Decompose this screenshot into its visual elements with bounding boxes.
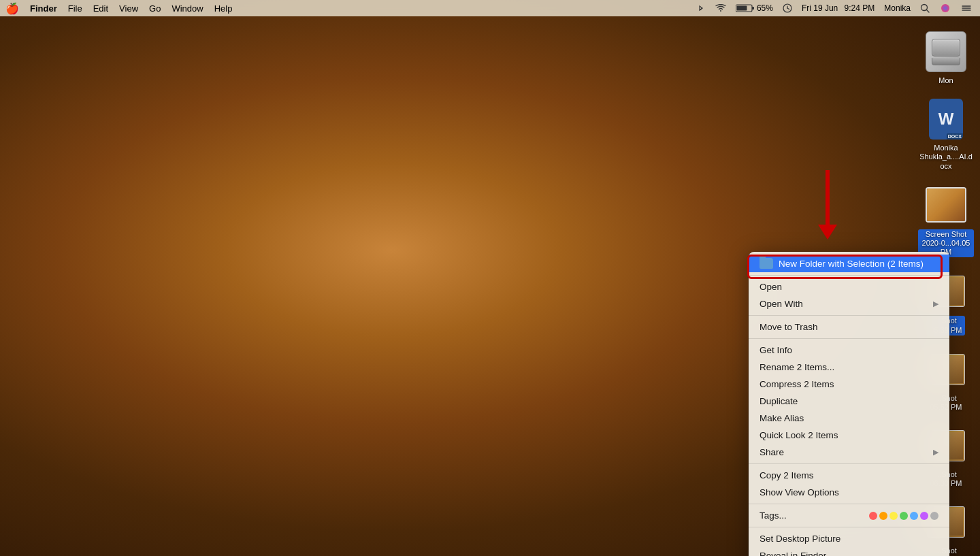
docx-icon-label: Monika Shukla_a....AI.docx [918, 144, 974, 171]
folder-icon [760, 258, 773, 269]
menubar: 🍎 Finder File Edit View Go Window Help [0, 0, 980, 16]
svg-point-8 [941, 4, 949, 12]
svg-rect-1 [752, 7, 754, 10]
menubar-edit[interactable]: Edit [88, 0, 114, 16]
desktop-icon-docx[interactable]: DOCX Monika Shukla_a....AI.docx [915, 95, 977, 174]
hdd-visual [926, 31, 966, 72]
ctx-open-with-label: Open With [760, 299, 933, 309]
arrow-head [818, 225, 837, 240]
arrow-shaft [826, 170, 830, 225]
menubar-file[interactable]: File [63, 0, 88, 16]
ctx-make-alias-label: Make Alias [760, 413, 938, 423]
hdd-icon-image [924, 30, 968, 73]
docx-visual: DOCX [929, 99, 963, 140]
ctx-separator-3 [749, 338, 949, 339]
svg-line-5 [787, 8, 789, 10]
ctx-tags-label: Tags... [760, 510, 869, 521]
ctx-tags[interactable]: Tags... [749, 507, 949, 524]
ctx-duplicate-label: Duplicate [760, 396, 938, 406]
svg-rect-2 [736, 6, 747, 11]
battery-indicator[interactable]: 65% [733, 3, 776, 13]
ctx-copy-label: Copy 2 Items [760, 470, 938, 480]
ctx-rename[interactable]: Rename 2 Items... [749, 359, 949, 376]
menubar-right: 65% Fri 19 Jun 9:24 PM Monika [693, 3, 975, 13]
ctx-reveal-finder[interactable]: Reveal in Finder [749, 547, 949, 556]
bluetooth-icon[interactable] [693, 3, 708, 13]
ctx-new-folder-selection[interactable]: New Folder with Selection (2 Items) [749, 255, 949, 272]
menubar-finder[interactable]: Finder [24, 0, 63, 16]
ctx-copy[interactable]: Copy 2 Items [749, 467, 949, 484]
ctx-share-label: Share [760, 447, 933, 457]
ctx-compress-label: Compress 2 Items [760, 379, 938, 389]
battery-pct-label: 65% [757, 3, 773, 13]
menubar-help[interactable]: Help [209, 0, 238, 16]
notification-center-icon[interactable] [958, 3, 975, 13]
ctx-reveal-finder-label: Reveal in Finder [760, 551, 938, 556]
ctx-open-label: Open [760, 282, 938, 292]
ctx-set-desktop[interactable]: Set Desktop Picture [749, 530, 949, 547]
apple-menu[interactable]: 🍎 [5, 2, 19, 15]
ctx-separator-5 [749, 504, 949, 504]
ctx-open-with[interactable]: Open With ▶ [749, 295, 949, 312]
ctx-separator-6 [749, 527, 949, 527]
menubar-view[interactable]: View [114, 0, 144, 16]
desktop-icon-screenshot1[interactable]: Screen Shot 2020-0...04.05 PM [915, 180, 977, 261]
ctx-duplicate[interactable]: Duplicate [749, 393, 949, 410]
ctx-get-info-label: Get Info [760, 345, 938, 355]
tag-gray [930, 512, 938, 520]
ctx-share[interactable]: Share ▶ [749, 444, 949, 461]
context-menu: New Folder with Selection (2 Items) Open… [749, 252, 949, 556]
tag-purple [920, 512, 928, 520]
ctx-new-folder-label: New Folder with Selection (2 Items) [779, 259, 938, 269]
ctx-quick-look-label: Quick Look 2 Items [760, 430, 938, 440]
screenshot1-thumb [926, 187, 966, 223]
ctx-make-alias[interactable]: Make Alias [749, 410, 949, 427]
desktop-icon-hdd[interactable]: Mon [915, 27, 977, 88]
tag-colors [869, 512, 938, 520]
hdd-icon-label: Mon [938, 76, 953, 85]
open-with-arrow-icon: ▶ [933, 299, 938, 308]
ctx-separator-2 [749, 315, 949, 316]
ctx-get-info[interactable]: Get Info [749, 342, 949, 359]
ctx-rename-label: Rename 2 Items... [760, 362, 938, 372]
docx-icon-image: DOCX [924, 97, 968, 141]
ctx-set-desktop-label: Set Desktop Picture [760, 534, 938, 544]
tag-red [869, 512, 877, 520]
red-arrow [818, 170, 837, 240]
share-arrow-icon: ▶ [933, 448, 938, 457]
siri-icon[interactable] [936, 3, 954, 13]
tag-orange [879, 512, 887, 520]
ctx-move-trash[interactable]: Move to Trash [749, 318, 949, 336]
tag-blue [910, 512, 918, 520]
menubar-window[interactable]: Window [166, 0, 208, 16]
ctx-separator-1 [749, 275, 949, 276]
date-time-label: Fri 19 Jun 9:24 PM [799, 3, 877, 13]
screenshot1-image [924, 183, 968, 227]
ctx-separator-4 [749, 463, 949, 464]
ctx-compress[interactable]: Compress 2 Items [749, 376, 949, 393]
ctx-show-view-options[interactable]: Show View Options [749, 484, 949, 501]
tag-green [900, 512, 908, 520]
search-icon[interactable] [917, 3, 932, 13]
menubar-go[interactable]: Go [144, 0, 166, 16]
svg-line-7 [927, 10, 930, 13]
ctx-move-trash-label: Move to Trash [760, 322, 938, 332]
wifi-icon[interactable] [713, 4, 729, 12]
ctx-open[interactable]: Open [749, 278, 949, 295]
user-label: Monika [881, 3, 913, 13]
ctx-show-view-options-label: Show View Options [760, 487, 938, 497]
clock-icon [780, 3, 795, 13]
ctx-quick-look[interactable]: Quick Look 2 Items [749, 427, 949, 444]
tag-yellow [889, 512, 898, 520]
